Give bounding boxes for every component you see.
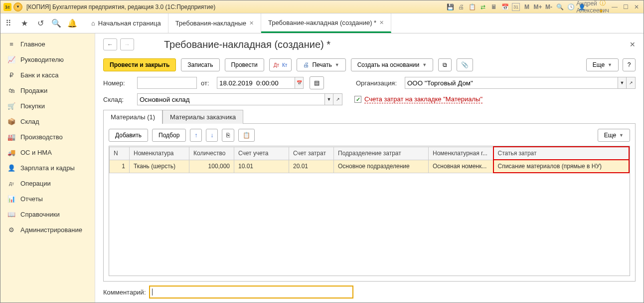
cell-acct[interactable]: 10.01: [234, 160, 289, 173]
tab-materials[interactable]: Материалы (1): [103, 110, 162, 124]
comment-input[interactable]: [149, 286, 353, 299]
forward-button[interactable]: →: [120, 38, 134, 50]
dtkt-button[interactable]: ДтКт: [269, 58, 292, 71]
save-icon[interactable]: 💾: [446, 3, 454, 11]
move-up-button[interactable]: ↑: [190, 129, 202, 142]
sidebar-item-catalogs[interactable]: 📖Справочники: [0, 207, 95, 222]
col-cost[interactable]: Счет затрат: [289, 147, 334, 160]
col-item[interactable]: Номенклатура: [130, 147, 189, 160]
col-dept[interactable]: Подразделение затрат: [334, 147, 429, 160]
open-icon[interactable]: ↗: [627, 77, 636, 89]
date-field[interactable]: 📅: [217, 77, 304, 89]
open-icon[interactable]: ↗: [333, 93, 342, 105]
date-icon[interactable]: 31: [512, 3, 520, 11]
help-button[interactable]: ?: [623, 58, 636, 71]
sidebar-item-purchases[interactable]: 🛒Покупки: [0, 98, 95, 114]
print-icon[interactable]: 🖨: [457, 3, 465, 11]
pick-button[interactable]: Подбор: [152, 129, 186, 142]
calendar-icon[interactable]: 📅: [295, 77, 304, 89]
structure-button[interactable]: ⧉: [438, 58, 452, 71]
col-ngrp[interactable]: Номенклатурная г...: [429, 147, 493, 160]
col-n[interactable]: N: [110, 147, 130, 160]
info-icon[interactable]: ⓘ ▾: [600, 3, 608, 11]
caret-down-icon[interactable]: ▼: [324, 93, 333, 105]
sidebar-item-production[interactable]: 🏭Производство: [0, 129, 95, 145]
cost-link[interactable]: Счета затрат на закладке "Материалы": [364, 95, 483, 103]
compare-icon[interactable]: ⇄: [479, 3, 487, 11]
col-article[interactable]: Статья затрат: [493, 147, 630, 160]
tab-home[interactable]: ⌂ Начальная страница: [84, 13, 168, 33]
number-input[interactable]: [137, 77, 197, 89]
date-input[interactable]: [217, 77, 295, 89]
create-based-button[interactable]: Создать на основании▼: [351, 58, 433, 71]
m-button[interactable]: M: [523, 3, 531, 11]
add-button[interactable]: Добавить: [109, 129, 148, 142]
sidebar-item-salary[interactable]: 👤Зарплата и кадры: [0, 160, 95, 176]
sidebar-item-reports[interactable]: 📊Отчеты: [0, 191, 95, 207]
attach-button[interactable]: 📎: [457, 58, 473, 71]
cost-checkbox[interactable]: ✓ Счета затрат на закладке "Материалы": [354, 95, 483, 103]
dropdown-icon[interactable]: ▼: [13, 2, 22, 11]
warehouse-input[interactable]: [137, 93, 324, 105]
print-button[interactable]: 🖨Печать▼: [297, 58, 345, 71]
cell-article[interactable]: Списание материалов (прямые в НУ): [493, 160, 630, 173]
cell-dept[interactable]: Основное подразделение: [334, 160, 429, 173]
copy-button[interactable]: ⎘: [222, 129, 234, 142]
post-close-button[interactable]: Провести и закрыть: [103, 58, 176, 71]
bell-icon[interactable]: 🔔: [64, 13, 80, 33]
sidebar-item-admin[interactable]: ⚙Администрирование: [0, 222, 95, 238]
tab-requisitions[interactable]: Требования-накладные ✕: [168, 13, 261, 33]
minimize-button[interactable]: —: [611, 3, 619, 11]
sidebar-item-manager[interactable]: 📈Руководителю: [0, 52, 95, 67]
sidebar-item-bank[interactable]: ₽Банк и касса: [0, 67, 95, 83]
cell-n[interactable]: 1: [110, 160, 130, 173]
cell-ngrp[interactable]: Основная номенк...: [429, 160, 493, 173]
tab-requisition-create[interactable]: Требование-накладная (создание) * ✕: [261, 13, 391, 33]
new-doc-button[interactable]: ▤: [310, 76, 324, 89]
paste-button[interactable]: 📋: [238, 129, 255, 142]
calc-icon[interactable]: 🖩: [490, 3, 498, 11]
move-down-button[interactable]: ↓: [206, 129, 218, 142]
sidebar-item-main[interactable]: ≡Главное: [0, 36, 95, 52]
back-button[interactable]: ←: [103, 38, 117, 50]
more-button[interactable]: Еще▼: [586, 58, 619, 71]
user-name[interactable]: Андрей Алексеевич: [589, 3, 597, 11]
box-icon: 📦: [7, 118, 15, 125]
warehouse-field[interactable]: ▼ ↗: [137, 93, 342, 105]
col-acct[interactable]: Счет учета: [234, 147, 289, 160]
page-close-button[interactable]: ✕: [630, 40, 636, 48]
materials-grid[interactable]: N Номенклатура Количество Счет учета Сче…: [109, 146, 630, 173]
org-input[interactable]: [405, 77, 618, 89]
maximize-button[interactable]: ☐: [622, 3, 630, 11]
zoom-icon[interactable]: 🔍: [556, 3, 564, 11]
write-button[interactable]: Записать: [181, 58, 219, 71]
search-icon[interactable]: 🔍: [48, 13, 64, 33]
mminus-button[interactable]: M-: [545, 3, 553, 11]
cell-cost[interactable]: 20.01: [289, 160, 334, 173]
table-row[interactable]: 1 Ткань (шерсть) 100,000 10.01 20.01 Осн…: [110, 160, 630, 173]
clock-icon[interactable]: 🕓: [567, 3, 575, 11]
close-icon[interactable]: ✕: [249, 20, 254, 26]
sidebar-item-operations[interactable]: ДтОперации: [0, 176, 95, 191]
history-icon[interactable]: ↺: [32, 13, 48, 33]
close-button[interactable]: ✕: [633, 3, 641, 11]
cell-qty[interactable]: 100,000: [189, 160, 234, 173]
org-field[interactable]: ▼ ↗: [405, 77, 636, 89]
sidebar-item-assets[interactable]: 🚚ОС и НМА: [0, 145, 95, 160]
table-more-button[interactable]: Еще▼: [598, 129, 630, 142]
dtkt-icon: Дт: [274, 62, 279, 68]
calendar-icon[interactable]: 📅: [501, 3, 509, 11]
star-icon[interactable]: ★: [16, 13, 32, 33]
tab-customer-materials[interactable]: Материалы заказчика: [162, 110, 243, 124]
cell-item[interactable]: Ткань (шерсть): [130, 160, 189, 173]
mplus-button[interactable]: M+: [534, 3, 542, 11]
close-icon[interactable]: ✕: [379, 19, 384, 26]
post-button[interactable]: Провести: [225, 58, 264, 71]
sidebar-item-warehouse[interactable]: 📦Склад: [0, 114, 95, 129]
apps-icon[interactable]: ⠿: [0, 13, 16, 33]
caret-down-icon[interactable]: ▼: [618, 77, 627, 89]
clipboard-icon[interactable]: 📋: [468, 3, 476, 11]
sidebar-item-sales[interactable]: 🛍Продажи: [0, 83, 95, 98]
table-actions: Добавить Подбор ↑ ↓ ⎘ 📋 Еще▼: [109, 129, 630, 142]
col-qty[interactable]: Количество: [189, 147, 234, 160]
